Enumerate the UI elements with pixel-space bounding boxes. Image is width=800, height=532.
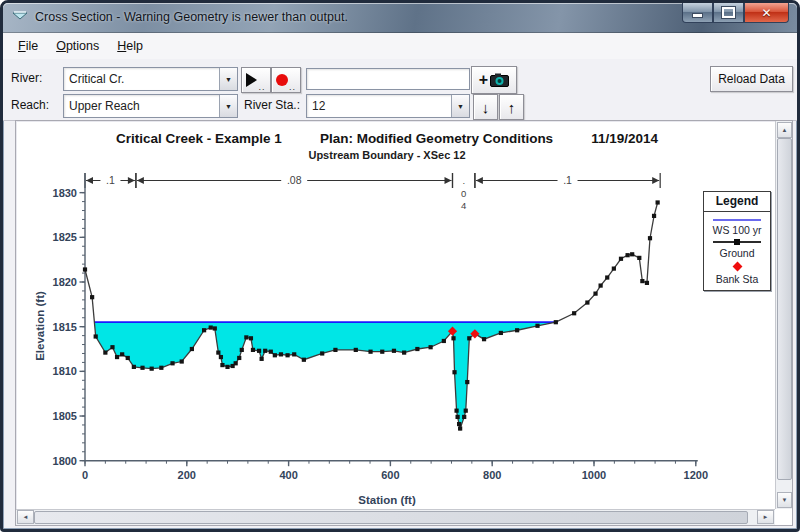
scroll-left-icon[interactable]: ◄	[17, 510, 34, 524]
horizontal-scroll-thumb[interactable]	[34, 511, 748, 524]
svg-text:.1: .1	[106, 174, 115, 186]
maximize-icon	[722, 7, 735, 18]
scroll-down-icon[interactable]: ▼	[777, 492, 792, 508]
chevron-down-icon[interactable]: ▼	[451, 95, 469, 117]
legend-entry-bank: Bank Sta	[716, 273, 759, 285]
plot-panel: Critical Creek - Example 1 Plan: Modifie…	[15, 120, 793, 526]
svg-text:0: 0	[82, 469, 88, 481]
reach-combobox[interactable]: Upper Reach ▼	[63, 94, 238, 118]
mannings-n-arrows: .1.08.04.1	[85, 173, 660, 211]
legend-box: Legend WS 100 yr Ground Bank Sta	[703, 191, 771, 291]
svg-text:400: 400	[279, 469, 297, 481]
svg-text:1815: 1815	[53, 321, 77, 333]
minimize-icon	[692, 13, 703, 18]
menu-bar: File Options Help	[3, 33, 797, 60]
legend-entry-ground: Ground	[719, 247, 754, 259]
svg-text:600: 600	[381, 469, 399, 481]
record-button[interactable]: ..	[271, 67, 301, 93]
window-title: Cross Section - Warning Geometry is newe…	[35, 10, 348, 24]
minimize-button[interactable]	[682, 3, 713, 23]
river-sta-value: 12	[307, 99, 451, 113]
svg-text:1830: 1830	[53, 187, 77, 199]
maximize-button[interactable]	[713, 3, 744, 23]
window-icon	[12, 11, 28, 24]
cross-section-window: Cross Section - Warning Geometry is newe…	[0, 0, 800, 532]
scroll-right-icon[interactable]: ►	[757, 510, 774, 524]
svg-text:.: .	[462, 175, 465, 186]
svg-text:1800: 1800	[53, 455, 77, 467]
svg-text:1000: 1000	[582, 469, 606, 481]
ground-line-swatch	[713, 241, 761, 243]
title-bar[interactable]: Cross Section - Warning Geometry is newe…	[3, 3, 797, 33]
svg-text:1825: 1825	[53, 231, 77, 243]
svg-text:.1: .1	[563, 174, 572, 186]
dots-icon: ..	[289, 82, 296, 92]
svg-text:0: 0	[461, 188, 466, 199]
plus-icon: +	[479, 71, 488, 89]
river-label: River:	[11, 71, 42, 85]
record-icon	[276, 74, 288, 86]
close-button[interactable]: ✕	[744, 3, 789, 23]
svg-text:200: 200	[178, 469, 196, 481]
svg-text:4: 4	[461, 200, 466, 211]
svg-text:1810: 1810	[53, 365, 77, 377]
legend-entry-ws: WS 100 yr	[712, 224, 761, 236]
vertical-scrollbar[interactable]: ▲ ▼	[775, 121, 792, 509]
river-value: Critical Cr.	[64, 72, 219, 86]
scroll-up-icon[interactable]: ▲	[777, 122, 792, 138]
ground-line	[85, 202, 658, 428]
x-axis-title: Station (ft)	[16, 494, 758, 506]
y-axis-title: Elevation (ft)	[34, 291, 46, 361]
dots-icon: ..	[258, 82, 265, 92]
plot-animate-button[interactable]: ..	[241, 67, 271, 93]
chevron-down-icon[interactable]: ▼	[219, 68, 237, 90]
reach-label: Reach:	[11, 98, 49, 112]
close-icon: ✕	[761, 7, 771, 19]
reload-data-button[interactable]: Reload Data	[710, 66, 793, 92]
river-combobox[interactable]: Critical Cr. ▼	[63, 67, 238, 91]
ws-line-swatch	[713, 219, 761, 221]
animation-field[interactable]	[306, 68, 470, 90]
upstream-button[interactable]: ↑	[499, 94, 524, 120]
downstream-button[interactable]: ↓	[473, 94, 498, 120]
legend-title: Legend	[704, 192, 770, 212]
river-sta-label: River Sta.:	[244, 98, 300, 112]
reach-value: Upper Reach	[64, 99, 219, 113]
camera-icon	[490, 73, 509, 87]
ground-markers	[83, 200, 660, 430]
add-photo-button[interactable]: +	[471, 66, 517, 94]
svg-text:1200: 1200	[684, 469, 708, 481]
chevron-down-icon[interactable]: ▼	[219, 95, 237, 117]
screenshot-stage: Cross Section - Warning Geometry is newe…	[0, 0, 800, 532]
arrow-down-icon: ↓	[482, 100, 490, 115]
menu-options[interactable]: Options	[47, 35, 108, 57]
toolbar: River: Critical Cr. ▼ .. .. +	[3, 59, 797, 121]
play-icon	[246, 73, 257, 87]
menu-help[interactable]: Help	[108, 35, 152, 57]
river-sta-combobox[interactable]: 12 ▼	[306, 94, 470, 118]
menu-file[interactable]: File	[9, 35, 47, 57]
bank-sta-swatch	[732, 262, 742, 272]
horizontal-scrollbar[interactable]: ◄ ►	[16, 509, 775, 525]
cross-section-chart[interactable]: .1.08.04.1180018051810181518201825183002…	[16, 121, 775, 509]
arrow-up-icon: ↑	[508, 100, 516, 115]
svg-text:800: 800	[483, 469, 501, 481]
svg-text:1805: 1805	[53, 410, 77, 422]
vertical-scroll-thumb[interactable]	[777, 138, 792, 480]
svg-text:.08: .08	[287, 174, 302, 186]
svg-text:1820: 1820	[53, 276, 77, 288]
